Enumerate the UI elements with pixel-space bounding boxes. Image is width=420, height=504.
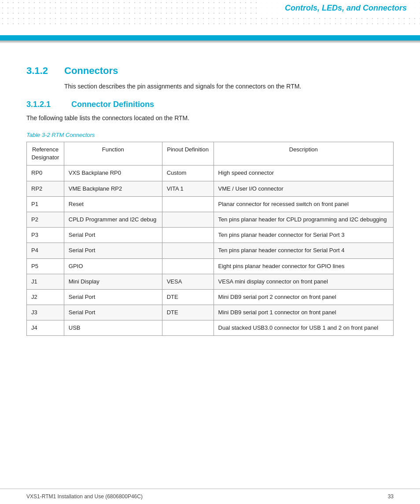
table-row: J2Serial PortDTEMini DB9 serial port 2 c…: [27, 289, 394, 305]
table-cell-3-1: CPLD Programmer and I2C debug: [64, 212, 162, 227]
connector-table: ReferenceDesignator Function Pinout Defi…: [26, 142, 394, 336]
table-row: P1ResetPlanar connector for recessed swi…: [27, 196, 394, 212]
table-cell-2-1: Reset: [64, 196, 162, 212]
table-cell-2-3: Planar connector for recessed switch on …: [214, 196, 393, 212]
table-cell-1-1: VME Backplane RP2: [64, 181, 162, 196]
table-cell-8-3: Mini DB9 serial port 2 connector on fron…: [214, 289, 393, 305]
table-row: P4Serial PortTen pins planar header conn…: [27, 243, 394, 258]
section-312-title: Connectors: [64, 65, 118, 77]
col-header-pinout: Pinout Definition: [162, 142, 214, 166]
table-cell-6-2: [162, 258, 214, 274]
table-cell-0-3: High speed connector: [214, 166, 393, 181]
table-cell-2-0: P1: [27, 196, 64, 212]
table-cell-2-2: [162, 196, 214, 212]
header-title-bar: Controls, LEDs, and Connectors: [258, 0, 420, 16]
table-cell-1-0: RP2: [27, 181, 64, 196]
table-cell-7-2: VESA: [162, 274, 214, 289]
footer-right: 33: [388, 493, 394, 500]
section-3121-heading: 3.1.2.1 Connector Definitions: [26, 100, 394, 109]
table-cell-4-1: Serial Port: [64, 228, 162, 243]
table-cell-6-3: Eight pins planar header connector for G…: [214, 258, 393, 274]
table-caption: Table 3-2 RTM Connectors: [26, 132, 394, 138]
section-312-intro: This section describes the pin assignmen…: [64, 82, 394, 91]
table-cell-10-0: J4: [27, 320, 64, 336]
section-312-num: 3.1.2: [26, 65, 57, 77]
table-cell-4-3: Ten pins planar header connector for Ser…: [214, 228, 393, 243]
main-content: 3.1.2 Connectors This section describes …: [0, 43, 420, 362]
col-header-description: Description: [214, 142, 393, 166]
section-3121-title: Connector Definitions: [71, 100, 154, 109]
table-cell-3-2: [162, 212, 214, 227]
table-cell-0-2: Custom: [162, 166, 214, 181]
table-cell-3-3: Ten pins planar header for CPLD programm…: [214, 212, 393, 227]
table-cell-10-3: Dual stacked USB3.0 connector for USB 1 …: [214, 320, 393, 336]
table-cell-7-3: VESA mini display connector on front pan…: [214, 274, 393, 289]
table-cell-9-0: J3: [27, 305, 64, 320]
footer: VXS1-RTM1 Installation and Use (6806800P…: [0, 489, 420, 504]
table-cell-3-0: P2: [27, 212, 64, 227]
table-cell-0-0: RP0: [27, 166, 64, 181]
chapter-title: Controls, LEDs, and Connectors: [285, 4, 407, 12]
table-cell-4-2: [162, 228, 214, 243]
table-row: P2CPLD Programmer and I2C debugTen pins …: [27, 212, 394, 227]
blue-stripe: [0, 35, 420, 40]
table-header-row: ReferenceDesignator Function Pinout Defi…: [27, 142, 394, 166]
section-3121-num: 3.1.2.1: [26, 100, 64, 109]
col-header-ref: ReferenceDesignator: [27, 142, 64, 166]
table-cell-9-3: Mini DB9 serial port 1 connector on fron…: [214, 305, 393, 320]
table-row: P5GPIOEight pins planar header connector…: [27, 258, 394, 274]
table-cell-8-0: J2: [27, 289, 64, 305]
table-cell-5-1: Serial Port: [64, 243, 162, 258]
table-row: J1Mini DisplayVESAVESA mini display conn…: [27, 274, 394, 289]
section-3121-body: The following table lists the connectors…: [26, 114, 394, 123]
header: Controls, LEDs, and Connectors: [0, 0, 420, 35]
table-cell-5-3: Ten pins planar header connector for Ser…: [214, 243, 393, 258]
table-row: P3Serial PortTen pins planar header conn…: [27, 228, 394, 243]
table-cell-7-0: J1: [27, 274, 64, 289]
table-row: J3Serial PortDTEMini DB9 serial port 1 c…: [27, 305, 394, 320]
col-header-function: Function: [64, 142, 162, 166]
table-cell-4-0: P3: [27, 228, 64, 243]
table-cell-8-1: Serial Port: [64, 289, 162, 305]
table-cell-5-0: P4: [27, 243, 64, 258]
table-cell-10-1: USB: [64, 320, 162, 336]
section-312-heading: 3.1.2 Connectors: [26, 65, 394, 77]
table-cell-8-2: DTE: [162, 289, 214, 305]
table-cell-9-2: DTE: [162, 305, 214, 320]
table-row: RP2VME Backplane RP2VITA 1VME / User I/O…: [27, 181, 394, 196]
table-cell-1-2: VITA 1: [162, 181, 214, 196]
table-cell-6-0: P5: [27, 258, 64, 274]
table-cell-9-1: Serial Port: [64, 305, 162, 320]
table-cell-10-2: [162, 320, 214, 336]
table-cell-5-2: [162, 243, 214, 258]
table-cell-1-3: VME / User I/O connector: [214, 181, 393, 196]
table-cell-0-1: VXS Backplane RP0: [64, 166, 162, 181]
footer-left: VXS1-RTM1 Installation and Use (6806800P…: [26, 493, 143, 500]
table-row: RP0VXS Backplane RP0CustomHigh speed con…: [27, 166, 394, 181]
table-cell-7-1: Mini Display: [64, 274, 162, 289]
table-row: J4USBDual stacked USB3.0 connector for U…: [27, 320, 394, 336]
table-cell-6-1: GPIO: [64, 258, 162, 274]
